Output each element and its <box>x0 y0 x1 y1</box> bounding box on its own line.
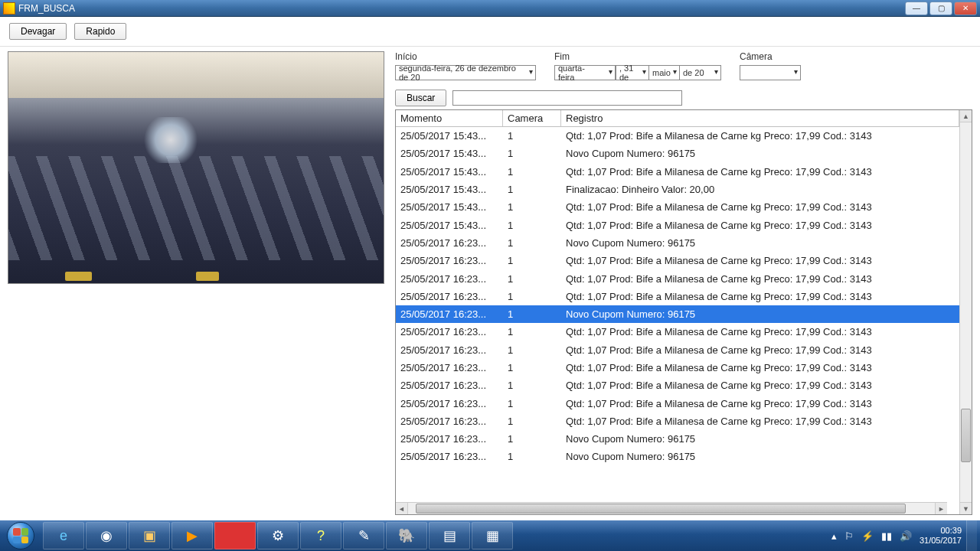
start-button[interactable] <box>3 520 38 551</box>
fim-dropdown-month[interactable]: maio <box>649 65 680 80</box>
show-desktop-button[interactable] <box>966 520 977 551</box>
video-preview[interactable] <box>8 51 384 284</box>
vscroll-thumb[interactable] <box>961 409 971 462</box>
system-tray: ▴ ⚐ ⚡ ▮▮ 🔊 00:39 31/05/2017 <box>831 526 966 546</box>
hscroll-thumb[interactable] <box>416 504 906 514</box>
taskbar-notepad-icon[interactable]: ✎ <box>343 522 384 549</box>
tray-power-icon[interactable]: ⚡ <box>861 530 874 542</box>
table-row[interactable]: 25/05/2017 16:23...1Qtd: 1,07 Prod: Bife… <box>396 341 959 359</box>
taskbar-mediaplayer-icon[interactable]: ▶ <box>172 522 213 549</box>
camera-dropdown[interactable] <box>740 65 801 80</box>
vscroll-down-arrow[interactable]: ▼ <box>960 502 972 514</box>
cell-momento: 25/05/2017 16:23... <box>396 326 503 337</box>
table-row[interactable]: 25/05/2017 16:23...1Qtd: 1,07 Prod: Bife… <box>396 269 959 287</box>
camera-label: Câmera <box>740 51 801 62</box>
table-row[interactable]: 25/05/2017 16:23...1Qtd: 1,07 Prod: Bife… <box>396 412 959 430</box>
table-row[interactable]: 25/05/2017 15:43...1Qtd: 1,07 Prod: Bife… <box>396 198 959 216</box>
tray-volume-icon[interactable]: 🔊 <box>900 530 912 542</box>
cell-registro: Novo Cupom Numero: 96175 <box>561 237 959 249</box>
toolbar: Devagar Rapido <box>0 17 980 47</box>
cell-camera: 1 <box>503 273 561 285</box>
cell-momento: 25/05/2017 16:23... <box>396 380 503 391</box>
close-button[interactable]: ✕ <box>954 2 977 15</box>
table-row[interactable]: 25/05/2017 16:23...1Qtd: 1,07 Prod: Bife… <box>396 252 959 269</box>
fim-dropdown-year[interactable]: de 20 <box>680 65 721 80</box>
cell-momento: 25/05/2017 15:43... <box>396 220 503 231</box>
table-row[interactable]: 25/05/2017 16:23...1Novo Cupom Numero: 9… <box>396 234 959 252</box>
cell-registro: Novo Cupom Numero: 96175 <box>561 451 959 462</box>
table-row[interactable]: 25/05/2017 15:43...1Novo Cupom Numero: 9… <box>396 145 959 162</box>
cell-momento: 25/05/2017 15:43... <box>396 184 503 195</box>
hscroll-right-arrow[interactable]: ► <box>935 503 947 514</box>
taskbar-app-tiles-icon[interactable]: ▦ <box>472 522 513 549</box>
cell-registro: Qtd: 1,07 Prod: Bife a Milanesa de Carne… <box>561 220 959 231</box>
cell-registro: Qtd: 1,07 Prod: Bife a Milanesa de Carne… <box>561 130 959 142</box>
maximize-button[interactable]: ▢ <box>929 2 952 15</box>
buscar-button[interactable]: Buscar <box>395 90 446 106</box>
vscroll-up-arrow[interactable]: ▲ <box>960 110 972 122</box>
tray-clock[interactable]: 00:39 31/05/2017 <box>920 526 962 546</box>
cell-camera: 1 <box>503 237 561 249</box>
cell-camera: 1 <box>503 398 561 409</box>
cell-registro: Qtd: 1,07 Prod: Bife a Milanesa de Carne… <box>561 273 959 285</box>
table-row[interactable]: 25/05/2017 15:43...1Qtd: 1,07 Prod: Bife… <box>396 216 959 233</box>
col-header-momento[interactable]: Momento <box>396 110 503 126</box>
cell-registro: Finalizacao: Dinheiro Valor: 20,00 <box>561 184 959 195</box>
cell-registro: Qtd: 1,07 Prod: Bife a Milanesa de Carne… <box>561 291 959 302</box>
taskbar-pgadmin-icon[interactable]: 🐘 <box>386 522 427 549</box>
cell-momento: 25/05/2017 16:23... <box>396 308 503 320</box>
cell-momento: 25/05/2017 16:23... <box>396 344 503 356</box>
taskbar-help-icon[interactable]: ? <box>300 522 341 549</box>
table-row[interactable]: 25/05/2017 16:23...1Novo Cupom Numero: 9… <box>396 448 959 465</box>
app-icon <box>3 2 15 15</box>
search-input[interactable] <box>452 90 682 106</box>
inicio-dropdown[interactable]: segunda-feira, 26 de dezembro de 20 <box>395 65 536 80</box>
taskbar-explorer-icon[interactable]: ▣ <box>129 522 170 549</box>
cell-registro: Novo Cupom Numero: 96175 <box>561 308 959 320</box>
table-row[interactable]: 25/05/2017 16:23...1Qtd: 1,07 Prod: Bife… <box>396 359 959 377</box>
horizontal-scrollbar[interactable]: ◄ ► <box>396 502 947 514</box>
table-row[interactable]: 25/05/2017 16:23...1Qtd: 1,07 Prod: Bife… <box>396 377 959 394</box>
table-row[interactable]: 25/05/2017 16:23...1Novo Cupom Numero: 9… <box>396 430 959 448</box>
cell-momento: 25/05/2017 15:43... <box>396 148 503 159</box>
table-row[interactable]: 25/05/2017 15:43...1Qtd: 1,07 Prod: Bife… <box>396 127 959 145</box>
cell-camera: 1 <box>503 416 561 427</box>
devagar-button[interactable]: Devagar <box>9 23 67 40</box>
minimize-button[interactable]: — <box>905 2 928 15</box>
cell-registro: Qtd: 1,07 Prod: Bife a Milanesa de Carne… <box>561 380 959 391</box>
taskbar-ie-icon[interactable]: e <box>43 522 84 549</box>
tray-date: 31/05/2017 <box>920 536 962 546</box>
cell-camera: 1 <box>503 380 561 391</box>
cell-camera: 1 <box>503 291 561 302</box>
table-row[interactable]: 25/05/2017 15:43...1Finalizacao: Dinheir… <box>396 181 959 198</box>
col-header-registro[interactable]: Registro <box>561 110 959 126</box>
fim-dropdown-day[interactable]: , 31 de <box>616 65 649 80</box>
table-row[interactable]: 25/05/2017 15:43...1Qtd: 1,07 Prod: Bife… <box>396 163 959 181</box>
cell-momento: 25/05/2017 16:23... <box>396 416 503 427</box>
taskbar-chrome-icon[interactable]: ◉ <box>86 522 127 549</box>
rapido-button[interactable]: Rapido <box>74 23 126 40</box>
cell-camera: 1 <box>503 255 561 266</box>
table-row[interactable]: 25/05/2017 16:23...1Qtd: 1,07 Prod: Bife… <box>396 394 959 412</box>
cell-camera: 1 <box>503 201 561 213</box>
tray-flag-icon[interactable]: ⚐ <box>844 530 854 542</box>
tray-network-icon[interactable]: ▮▮ <box>881 530 892 542</box>
taskbar-app-sheet-icon[interactable]: ▤ <box>429 522 470 549</box>
cell-camera: 1 <box>503 220 561 231</box>
table-row[interactable]: 25/05/2017 16:23...1Qtd: 1,07 Prod: Bife… <box>396 288 959 305</box>
cell-momento: 25/05/2017 16:23... <box>396 273 503 285</box>
table-row[interactable]: 25/05/2017 16:23...1Qtd: 1,07 Prod: Bife… <box>396 323 959 341</box>
col-header-camera[interactable]: Camera <box>503 110 561 126</box>
cell-camera: 1 <box>503 326 561 337</box>
tray-up-arrow-icon[interactable]: ▴ <box>831 530 837 542</box>
vertical-scrollbar[interactable]: ▲ ▼ <box>959 110 972 514</box>
cell-momento: 25/05/2017 16:23... <box>396 237 503 249</box>
hscroll-left-arrow[interactable]: ◄ <box>396 503 408 514</box>
cell-registro: Qtd: 1,07 Prod: Bife a Milanesa de Carne… <box>561 201 959 213</box>
cell-camera: 1 <box>503 130 561 142</box>
taskbar-app-red-icon[interactable] <box>214 522 256 549</box>
taskbar-devtool-icon[interactable]: ⚙ <box>257 522 299 549</box>
fim-dropdown-weekday[interactable]: quarta-feira <box>554 65 616 80</box>
filter-row: Início segunda-feira, 26 de dezembro de … <box>395 51 972 80</box>
table-row[interactable]: 25/05/2017 16:23...1Novo Cupom Numero: 9… <box>396 305 959 323</box>
